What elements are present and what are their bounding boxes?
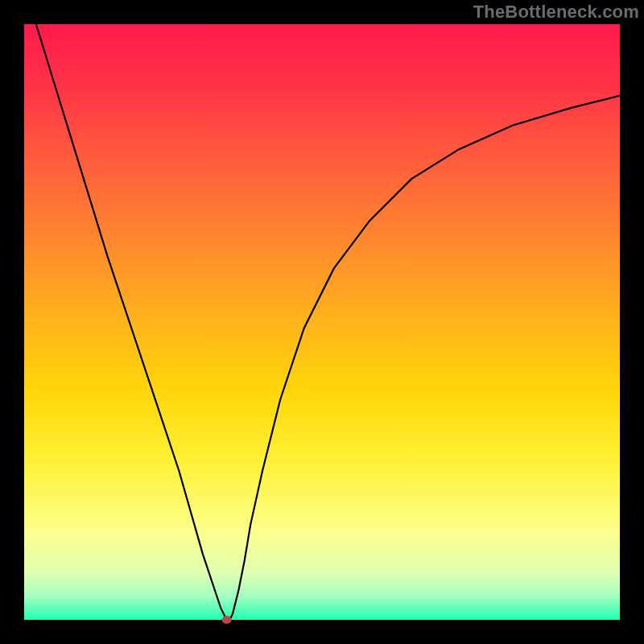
plot-background xyxy=(24,24,620,620)
watermark-text: TheBottleneck.com xyxy=(473,2,639,23)
minimum-marker xyxy=(222,616,232,624)
chart-svg xyxy=(0,0,644,644)
chart-container: TheBottleneck.com xyxy=(0,0,644,644)
